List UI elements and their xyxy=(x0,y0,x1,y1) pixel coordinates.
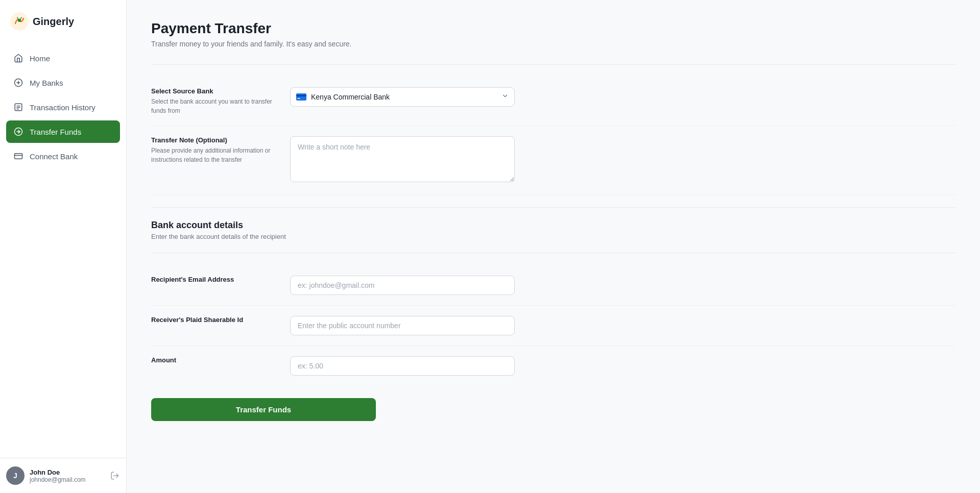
my-banks-label: My Banks xyxy=(30,79,63,87)
amount-label-group: Amount xyxy=(151,356,274,366)
source-bank-row: Select Source Bank Select the bank accou… xyxy=(151,77,955,126)
plaid-id-label-group: Receiver's Plaid Shaerable Id xyxy=(151,316,274,326)
avatar: J xyxy=(6,466,25,485)
page-subtitle: Transfer money to your friends and famil… xyxy=(151,40,955,48)
recipient-email-label-group: Recipient's Email Address xyxy=(151,276,274,285)
sidebar-item-my-banks[interactable]: My Banks xyxy=(6,71,120,94)
source-bank-description: Select the bank account you want to tran… xyxy=(151,97,274,115)
logout-button[interactable] xyxy=(110,471,120,481)
home-icon xyxy=(13,53,23,63)
banks-icon xyxy=(13,78,23,88)
sidebar-item-home[interactable]: Home xyxy=(6,47,120,69)
transfer-funds-button[interactable]: Transfer Funds xyxy=(151,398,376,421)
gingerly-logo-icon xyxy=(10,12,29,31)
svg-rect-11 xyxy=(15,154,22,159)
plaid-id-label: Receiver's Plaid Shaerable Id xyxy=(151,316,274,324)
app-name: Gingerly xyxy=(33,16,74,28)
svg-rect-15 xyxy=(296,95,306,96)
plaid-id-row: Receiver's Plaid Shaerable Id xyxy=(151,306,955,346)
main-content: Payment Transfer Transfer money to your … xyxy=(127,0,980,493)
transfer-note-control xyxy=(290,136,515,184)
transfer-icon xyxy=(13,127,23,137)
connect-bank-label: Connect Bank xyxy=(30,152,78,161)
plaid-id-control xyxy=(290,316,515,335)
transfer-note-row: Transfer Note (Optional) Please provide … xyxy=(151,126,955,195)
user-email: johndoe@gmail.com xyxy=(30,476,105,483)
sidebar-nav: Home My Banks Tra xyxy=(0,43,126,458)
page-title: Payment Transfer xyxy=(151,20,955,37)
divider-bank-details xyxy=(151,253,955,253)
sidebar-item-transfer-funds[interactable]: Transfer Funds xyxy=(6,120,120,143)
user-info: John Doe johndoe@gmail.com xyxy=(30,469,105,483)
source-bank-select[interactable]: Kenya Commercial Bank Equity Bank Cooper… xyxy=(290,87,515,107)
recipient-email-control xyxy=(290,276,515,295)
card-icon xyxy=(296,93,306,101)
transfer-note-label-group: Transfer Note (Optional) Please provide … xyxy=(151,136,274,164)
home-label: Home xyxy=(30,54,50,63)
bank-details-subheading: Enter the bank account details of the re… xyxy=(151,233,955,240)
amount-input[interactable] xyxy=(290,356,515,376)
transaction-history-label: Transaction History xyxy=(30,103,95,112)
source-bank-select-wrapper: Kenya Commercial Bank Equity Bank Cooper… xyxy=(290,87,515,107)
user-name: John Doe xyxy=(30,469,105,476)
logo-area: Gingerly xyxy=(0,0,126,43)
recipient-email-input[interactable] xyxy=(290,276,515,295)
connect-icon xyxy=(13,151,23,161)
user-profile-area: J John Doe johndoe@gmail.com xyxy=(0,458,126,493)
divider-top xyxy=(151,64,955,65)
svg-rect-14 xyxy=(296,93,306,101)
svg-rect-16 xyxy=(297,98,300,99)
sidebar-item-transaction-history[interactable]: Transaction History xyxy=(6,96,120,118)
history-icon xyxy=(13,102,23,112)
amount-control xyxy=(290,356,515,376)
plaid-id-input[interactable] xyxy=(290,316,515,335)
recipient-email-label: Recipient's Email Address xyxy=(151,276,274,283)
recipient-email-row: Recipient's Email Address xyxy=(151,265,955,306)
bank-details-heading: Bank account details xyxy=(151,220,955,231)
sidebar-item-connect-bank[interactable]: Connect Bank xyxy=(6,145,120,167)
transfer-note-textarea[interactable] xyxy=(290,136,515,182)
divider-mid xyxy=(151,207,955,208)
transfer-note-label: Transfer Note (Optional) xyxy=(151,136,274,144)
source-bank-label-group: Select Source Bank Select the bank accou… xyxy=(151,87,274,115)
bank-details-section: Bank account details Enter the bank acco… xyxy=(151,220,955,386)
source-bank-label: Select Source Bank xyxy=(151,87,274,95)
transfer-note-description: Please provide any additional informatio… xyxy=(151,146,274,164)
amount-row: Amount xyxy=(151,346,955,386)
source-bank-control: Kenya Commercial Bank Equity Bank Cooper… xyxy=(290,87,515,107)
transfer-funds-label: Transfer Funds xyxy=(30,128,81,136)
amount-label: Amount xyxy=(151,356,274,364)
sidebar: Gingerly Home My Banks xyxy=(0,0,127,493)
